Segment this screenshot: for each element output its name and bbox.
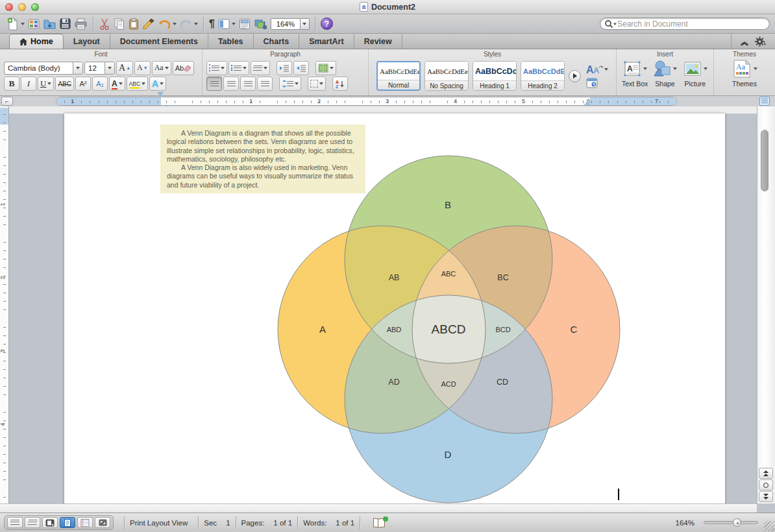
insert-picture-button[interactable]: Picture — [681, 59, 709, 88]
zoom-combo[interactable]: 164% — [271, 16, 310, 32]
words-value[interactable]: 1 of 1 — [336, 519, 354, 527]
paste-button[interactable] — [128, 16, 140, 32]
tab-tables[interactable]: Tables — [208, 34, 254, 49]
zoom-caret[interactable] — [301, 18, 310, 30]
document-page[interactable]: A Venn Diagram is a diagram that shows a… — [64, 114, 725, 513]
font-name-combo[interactable]: Cambria (Body) — [4, 62, 83, 75]
styles-scroll-button[interactable] — [569, 70, 581, 82]
outline-view-button[interactable] — [25, 517, 40, 528]
publishing-layout-view-button[interactable] — [42, 517, 58, 528]
print-layout-view-button[interactable] — [60, 517, 75, 528]
gear-icon[interactable] — [755, 36, 766, 47]
italic-button[interactable]: I — [21, 77, 36, 91]
tab-stop-selector[interactable]: ⌐ — [1, 97, 13, 106]
align-center-button[interactable] — [223, 77, 239, 91]
cut-button[interactable] — [99, 16, 110, 32]
bullets-button[interactable] — [206, 61, 227, 75]
multilevel-list-button[interactable] — [251, 61, 270, 75]
next-page-button[interactable] — [759, 491, 773, 502]
tab-home[interactable]: Home — [9, 34, 64, 49]
print-button[interactable] — [74, 16, 88, 32]
font-size-combo[interactable]: 12 — [84, 62, 115, 75]
font-color-button[interactable]: A — [109, 77, 125, 91]
help-button[interactable]: ? — [321, 18, 333, 30]
change-case-button[interactable]: Aa — [152, 61, 171, 75]
right-indent-marker[interactable] — [584, 101, 591, 105]
focus-view-button[interactable] — [95, 517, 110, 528]
change-styles-button[interactable]: AA — [586, 64, 608, 75]
document-elements-browser-button[interactable] — [238, 16, 251, 32]
format-painter-button[interactable] — [142, 16, 155, 32]
style-normal[interactable]: AaBbCcDdEe Normal — [376, 61, 421, 91]
notebook-layout-view-button[interactable] — [77, 517, 93, 528]
tab-document-elements[interactable]: Document Elements — [110, 34, 208, 49]
window-resize-grip[interactable] — [764, 521, 774, 531]
section-value[interactable]: 1 — [226, 519, 230, 527]
themes-button[interactable]: Aa Themes — [725, 59, 764, 88]
vertical-ruler[interactable]: 1234 — [0, 106, 9, 513]
select-browse-object-button[interactable] — [759, 479, 773, 490]
page-view-caret[interactable] — [232, 23, 236, 25]
style-heading-1[interactable]: AaBbCcDc Heading 1 — [473, 61, 517, 91]
decrease-indent-button[interactable] — [277, 61, 292, 75]
font-size-caret[interactable] — [105, 62, 114, 74]
save-button[interactable] — [59, 16, 71, 32]
zoom-slider[interactable] — [704, 521, 758, 524]
style-heading-2[interactable]: AaBbCcDdEe Heading 2 — [521, 61, 565, 91]
tab-smartart[interactable]: SmartArt — [299, 34, 354, 49]
insert-shape-button[interactable]: Shape — [650, 59, 679, 88]
search-box[interactable] — [600, 18, 770, 30]
horizontal-scrollbar[interactable] — [0, 503, 757, 513]
status-zoom-value[interactable]: 164% — [676, 519, 695, 527]
grow-font-button[interactable]: A▲ — [116, 61, 133, 75]
collapse-ribbon-button[interactable] — [741, 40, 747, 43]
underline-button[interactable]: U — [38, 77, 54, 91]
align-left-button[interactable] — [206, 77, 222, 91]
show-formatting-button[interactable]: ¶ — [209, 16, 215, 32]
columns-button[interactable] — [315, 61, 336, 75]
pages-value[interactable]: 1 of 1 — [273, 519, 292, 527]
redo-caret[interactable] — [194, 23, 198, 25]
new-document-button[interactable] — [6, 16, 25, 32]
highlight-button[interactable]: ABC — [127, 77, 148, 91]
new-document-caret[interactable] — [21, 23, 25, 25]
undo-caret[interactable] — [173, 23, 177, 25]
font-name-caret[interactable] — [73, 62, 82, 74]
previous-page-button[interactable] — [759, 468, 773, 479]
manage-styles-button[interactable]: ¶ — [586, 78, 608, 88]
shrink-font-button[interactable]: A▼ — [134, 61, 151, 75]
search-icon[interactable] — [604, 19, 617, 29]
strikethrough-button[interactable]: ABC — [55, 77, 74, 91]
copy-button[interactable] — [113, 16, 125, 32]
minimize-button[interactable] — [18, 3, 26, 11]
bold-button[interactable]: B — [4, 77, 19, 91]
increase-indent-button[interactable] — [293, 61, 309, 75]
open-button[interactable] — [43, 16, 56, 32]
gallery-button[interactable] — [27, 16, 40, 32]
sort-button[interactable]: AZ — [332, 77, 348, 91]
spelling-check-icon[interactable] — [373, 518, 386, 527]
zoom-value[interactable]: 164% — [271, 18, 301, 30]
zoom-slider-knob[interactable] — [733, 518, 741, 527]
tab-layout[interactable]: Layout — [64, 34, 110, 49]
close-button[interactable] — [5, 3, 13, 11]
align-right-button[interactable] — [240, 77, 256, 91]
text-effects-button[interactable]: A — [149, 77, 166, 91]
justify-button[interactable] — [257, 77, 273, 91]
borders-button[interactable] — [308, 77, 326, 91]
line-spacing-button[interactable] — [279, 77, 301, 91]
indent-marker[interactable] — [157, 96, 164, 106]
zoom-button[interactable] — [31, 3, 39, 11]
subscript-button[interactable]: A₂ — [92, 77, 108, 91]
venn-diagram[interactable]: ABCDABBCADCDABCABDBCDACDABCD — [64, 114, 725, 513]
clear-formatting-button[interactable]: Ab — [173, 61, 194, 75]
vertical-scrollbar-thumb[interactable] — [761, 130, 769, 191]
insert-text-box-button[interactable]: A Text Box — [621, 59, 649, 88]
media-browser-button[interactable] — [254, 16, 268, 32]
tab-charts[interactable]: Charts — [254, 34, 300, 49]
superscript-button[interactable]: A² — [75, 77, 91, 91]
search-input[interactable] — [617, 19, 765, 29]
draft-view-button[interactable] — [7, 517, 23, 528]
page-view-button[interactable] — [217, 16, 236, 32]
redo-button[interactable] — [179, 16, 198, 32]
